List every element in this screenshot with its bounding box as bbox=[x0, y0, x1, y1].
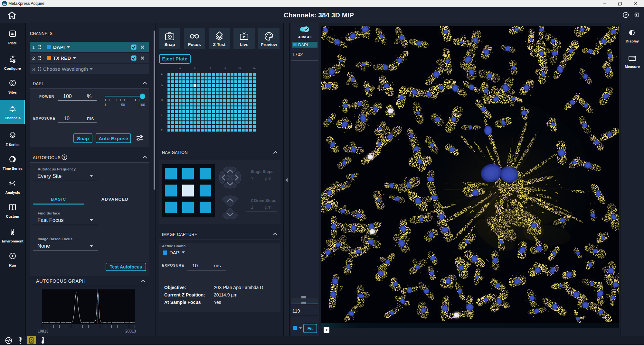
svg-text:?: ? bbox=[625, 13, 627, 17]
svg-text:?: ? bbox=[63, 155, 65, 159]
